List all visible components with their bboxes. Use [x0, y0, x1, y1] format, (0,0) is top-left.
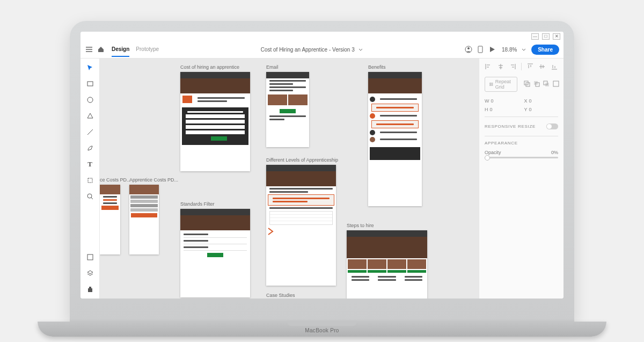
left-toolbar: T [80, 59, 100, 299]
artboard-label[interactable]: Email [266, 64, 279, 70]
artboard-label[interactable]: ce Costs PD... [100, 177, 131, 183]
pen-tool[interactable] [85, 143, 95, 153]
transform-section: W 0 X 0 H 0 Y 0 [485, 98, 558, 112]
svg-rect-10 [490, 83, 491, 84]
boolean-subtract-icon[interactable] [533, 81, 540, 88]
artboard-label[interactable]: Standards Filter [180, 201, 215, 207]
zoom-tool[interactable] [85, 192, 95, 201]
device-preview-icon[interactable] [476, 45, 485, 54]
share-button[interactable]: Share [531, 45, 559, 55]
artboard-tool[interactable] [85, 176, 95, 185]
svg-rect-7 [87, 254, 93, 260]
svg-rect-20 [553, 81, 559, 86]
menu-icon[interactable] [85, 45, 93, 54]
close-button[interactable]: ✕ [553, 33, 560, 40]
responsive-resize-toggle[interactable] [546, 123, 558, 129]
app-window: — □ ✕ Design Prototype Cost of Hiring an… [80, 32, 564, 299]
ellipse-tool[interactable] [85, 95, 95, 105]
window-titlebar: — □ ✕ [80, 32, 564, 41]
artboard-costs-pdf-2[interactable]: Apprentice Costs PD... [129, 185, 159, 254]
play-icon[interactable] [488, 45, 496, 54]
artboard-label[interactable]: Benefits [368, 64, 386, 70]
x-input[interactable]: 0 [529, 98, 532, 104]
text-tool[interactable]: T [85, 159, 95, 169]
artboard-label[interactable]: Cost of hiring an apprentice [180, 64, 239, 70]
artboard-label[interactable]: Case Studies [266, 293, 295, 298]
align-controls [485, 63, 558, 70]
line-tool[interactable] [85, 127, 95, 137]
zoom-level[interactable]: 18.8% [502, 47, 526, 53]
align-bottom-icon[interactable] [551, 63, 558, 70]
artboard-cost-hiring[interactable]: Cost of hiring an apprentice [180, 72, 250, 171]
align-center-h-icon[interactable] [497, 63, 504, 70]
boolean-exclude-icon[interactable] [553, 81, 559, 88]
boolean-intersect-icon[interactable] [543, 81, 550, 88]
arrow-right-icon [266, 227, 275, 236]
svg-rect-2 [478, 46, 482, 53]
appearance-label: APPEARANCE [485, 141, 558, 145]
align-right-icon[interactable] [509, 63, 516, 70]
maximize-button[interactable]: □ [542, 33, 550, 40]
laptop-brand: MacBook Pro [305, 328, 339, 333]
align-left-icon[interactable] [485, 63, 492, 70]
artboard-email[interactable]: Email [266, 72, 309, 147]
tab-design[interactable]: Design [112, 42, 129, 57]
svg-rect-8 [88, 288, 92, 292]
opacity-slider[interactable] [485, 157, 558, 158]
select-tool[interactable] [85, 63, 95, 72]
tab-prototype[interactable]: Prototype [136, 42, 159, 57]
height-input[interactable]: 0 [490, 107, 493, 112]
opacity-label: Opacity [485, 150, 501, 155]
svg-rect-3 [87, 82, 93, 86]
svg-rect-5 [88, 178, 92, 183]
artboard-standards-filter[interactable]: Standards Filter [180, 209, 250, 297]
polygon-tool[interactable] [85, 111, 95, 121]
align-center-v-icon[interactable] [538, 63, 546, 70]
y-input[interactable]: 0 [529, 107, 532, 112]
layers-icon[interactable] [85, 268, 95, 278]
boolean-add-icon[interactable] [524, 81, 530, 88]
artboard-levels[interactable]: Different Levels of Apprenticeship [266, 165, 336, 286]
laptop-frame: — □ ✕ Design Prototype Cost of Hiring an… [70, 21, 574, 322]
svg-rect-11 [492, 83, 493, 84]
avatar-icon[interactable] [464, 45, 473, 54]
align-top-icon[interactable] [526, 63, 534, 70]
grid-icon [489, 82, 493, 87]
assets-icon[interactable] [85, 252, 95, 262]
artboard-label[interactable]: Apprentice Costs PD... [129, 177, 178, 183]
artboard-benefits[interactable]: Benefits [368, 72, 422, 206]
chevron-down-icon [358, 48, 363, 52]
artboard-label[interactable]: Different Levels of Apprenticeship [266, 157, 338, 163]
artboard-label[interactable]: Steps to hire [347, 223, 374, 228]
svg-rect-19 [545, 83, 549, 86]
chevron-down-icon [522, 48, 526, 52]
repeat-grid-button[interactable]: Repeat Grid [485, 77, 517, 92]
document-title[interactable]: Cost of Hiring an Apprentice - Version 3 [261, 47, 363, 53]
minimize-button[interactable]: — [531, 33, 539, 40]
width-input[interactable]: 0 [491, 98, 494, 104]
svg-rect-12 [490, 84, 491, 85]
properties-panel: Repeat Grid W 0 X 0 H 0 Y 0 RESPONSIVE [479, 59, 564, 299]
opacity-value: 0% [551, 150, 558, 155]
canvas[interactable]: Cost of hiring an apprentice Email Benef… [100, 59, 479, 299]
svg-rect-13 [492, 84, 493, 85]
svg-rect-9 [89, 287, 91, 288]
svg-point-4 [87, 97, 93, 103]
plugins-icon[interactable] [85, 285, 95, 294]
artboard-costs-pdf-1[interactable]: ce Costs PD... [100, 185, 120, 254]
svg-point-6 [87, 194, 92, 198]
topbar: Design Prototype Cost of Hiring an Appre… [80, 41, 564, 59]
rectangle-tool[interactable] [85, 79, 95, 89]
home-icon[interactable] [97, 45, 105, 54]
svg-point-1 [467, 47, 470, 49]
artboard-steps-hire[interactable]: Steps to hire [347, 230, 427, 299]
responsive-resize-label: RESPONSIVE RESIZE [485, 124, 536, 129]
